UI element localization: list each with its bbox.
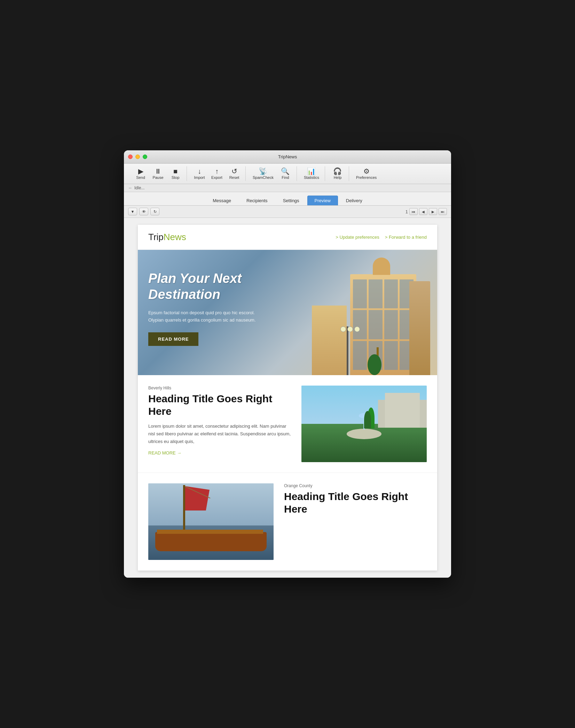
export-icon: ↑ — [215, 168, 219, 175]
email-body: TripNews Update preferences Forward to a… — [138, 225, 437, 571]
reset-label: Reset — [229, 175, 239, 180]
stop-label: Stop — [172, 175, 180, 180]
toolbar-group-send: ▶ Send ⏸ Pause ■ Stop — [129, 166, 187, 181]
brand-news: News — [164, 232, 186, 242]
article-image-fountain — [301, 386, 427, 462]
header-links: Update preferences Forward to a friend — [336, 235, 427, 240]
hero-cta-button[interactable]: READ MORE — [148, 332, 198, 346]
article-text-beverly-hills: Beverly Hills Heading Title Goes Right H… — [148, 386, 291, 462]
building-left — [312, 306, 347, 375]
dropdown-button[interactable]: ▼ — [128, 208, 137, 215]
spamcheck-label: SpamCheck — [253, 175, 274, 180]
stop-button[interactable]: ■ Stop — [167, 166, 184, 181]
tab-bar: Message Recipients Settings Preview Deli… — [124, 192, 451, 206]
email-header: TripNews Update preferences Forward to a… — [138, 225, 437, 250]
hero-building-illustration — [284, 257, 437, 375]
app-window: TripNews ▶ Send ⏸ Pause ■ Stop ↓ Import — [124, 150, 451, 578]
toolbar-group-io: ↓ Import ↑ Export ↺ Reset — [188, 166, 246, 181]
send-label: Send — [136, 175, 145, 180]
find-button[interactable]: 🔍 Find — [277, 166, 294, 181]
nav-first-button[interactable]: ⏮ — [409, 208, 418, 215]
window-title: TripNews — [278, 154, 297, 159]
building-tower — [373, 258, 390, 275]
tab-settings[interactable]: Settings — [276, 196, 307, 205]
help-icon: 🎧 — [333, 168, 342, 175]
tree-1 — [373, 347, 381, 375]
toolbar-group-prefs: ⚙ Preferences — [350, 166, 382, 181]
article-image-ship — [148, 483, 274, 560]
article-title-1: Heading Title Goes Right Here — [148, 393, 291, 418]
find-icon: 🔍 — [281, 168, 290, 175]
article-body-1: Lorem ipsum dolor sit amet, consectetur … — [148, 422, 291, 445]
export-label: Export — [211, 175, 222, 180]
article-title-2: Heading Title Goes Right Here — [284, 490, 427, 515]
lamp-post — [347, 326, 348, 375]
pause-icon: ⏸ — [155, 168, 162, 175]
close-button[interactable] — [128, 155, 133, 159]
toolbar-group-stats: 📊 Statistics — [298, 166, 325, 181]
help-button[interactable]: 🎧 Help — [329, 166, 346, 181]
statistics-icon: 📊 — [307, 168, 316, 175]
status-text: Idle... — [134, 185, 144, 190]
statistics-button[interactable]: 📊 Statistics — [301, 166, 322, 181]
preferences-label: Preferences — [356, 175, 377, 180]
building-main — [350, 274, 416, 375]
preview-controls: ▼ 👁 ↻ 1 ⏮ ◀ ▶ ⏭ — [124, 206, 451, 218]
brand-logo: TripNews — [148, 232, 186, 243]
statistics-label: Statistics — [304, 175, 319, 180]
tab-delivery[interactable]: Delivery — [339, 196, 370, 205]
toolbar-group-check: 📡 SpamCheck 🔍 Find — [247, 166, 297, 181]
article-beverly-hills: Beverly Hills Heading Title Goes Right H… — [138, 375, 437, 473]
preview-left-controls: ▼ 👁 ↻ — [128, 208, 159, 215]
send-icon: ▶ — [138, 168, 143, 175]
stop-icon: ■ — [173, 168, 178, 175]
minimize-button[interactable] — [135, 155, 140, 159]
eye-button[interactable]: 👁 — [139, 208, 148, 215]
nav-prev-button[interactable]: ◀ — [419, 208, 427, 215]
hero-section: Plan Your Next Destination Epsum factori… — [138, 250, 437, 375]
nav-next-button[interactable]: ▶ — [429, 208, 437, 215]
article-text-orange-county: Orange County Heading Title Goes Right H… — [284, 483, 427, 560]
tab-message[interactable]: Message — [205, 196, 238, 205]
brand-trip: Trip — [148, 232, 164, 242]
page-number: 1 — [405, 209, 408, 214]
nav-last-button[interactable]: ⏭ — [439, 208, 447, 215]
pause-label: Pause — [152, 175, 163, 180]
find-label: Find — [282, 175, 289, 180]
toolbar-group-help: 🎧 Help — [326, 166, 349, 181]
preview-right-controls: 1 ⏮ ◀ ▶ ⏭ — [405, 208, 447, 215]
article-readmore-1[interactable]: READ MORE — [148, 450, 181, 456]
refresh-button[interactable]: ↻ — [150, 208, 159, 215]
help-label: Help — [334, 175, 342, 180]
hero-text: Plan Your Next Destination Epsum factori… — [148, 271, 267, 346]
import-label: Import — [194, 175, 205, 180]
article-orange-county: Orange County Heading Title Goes Right H… — [138, 473, 437, 571]
export-button[interactable]: ↑ Export — [208, 166, 225, 181]
reset-icon: ↺ — [231, 168, 237, 175]
import-icon: ↓ — [198, 168, 201, 175]
preferences-icon: ⚙ — [363, 168, 370, 175]
email-content-area: TripNews Update preferences Forward to a… — [124, 218, 451, 578]
hero-title: Plan Your Next Destination — [148, 271, 267, 302]
reset-button[interactable]: ↺ Reset — [226, 166, 243, 181]
send-button[interactable]: ▶ Send — [132, 166, 149, 181]
pillar-tower — [409, 281, 430, 375]
import-button[interactable]: ↓ Import — [191, 166, 208, 181]
forward-to-friend-link[interactable]: Forward to a friend — [385, 235, 427, 240]
titlebar: TripNews — [124, 150, 451, 164]
pause-button[interactable]: ⏸ Pause — [150, 166, 166, 181]
maximize-button[interactable] — [143, 155, 147, 159]
toolbar: ▶ Send ⏸ Pause ■ Stop ↓ Import ↑ Export — [124, 164, 451, 184]
status-bar: ↔ Idle... — [124, 184, 451, 192]
spamcheck-icon: 📡 — [259, 168, 267, 175]
resize-handle: ↔ — [128, 185, 132, 190]
preferences-button[interactable]: ⚙ Preferences — [353, 166, 379, 181]
update-preferences-link[interactable]: Update preferences — [336, 235, 379, 240]
spamcheck-button[interactable]: 📡 SpamCheck — [250, 166, 276, 181]
tab-preview[interactable]: Preview — [307, 196, 338, 205]
tab-recipients[interactable]: Recipients — [239, 196, 275, 205]
traffic-lights — [128, 155, 147, 159]
article-location-1: Beverly Hills — [148, 386, 291, 390]
hero-subtitle: Epsum factorial non deposit quid pro quo… — [148, 309, 267, 324]
article-location-2: Orange County — [284, 483, 427, 488]
